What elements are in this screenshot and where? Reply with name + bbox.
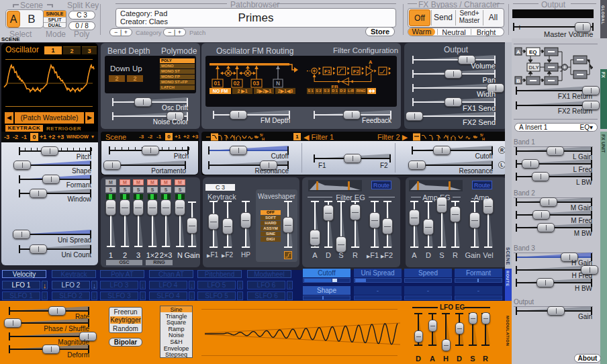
svg-text:A: A [516, 49, 520, 55]
svg-text:B: B [516, 78, 520, 84]
svg-text:EQ: EQ [529, 49, 537, 55]
svg-text:DLY: DLY [529, 64, 540, 71]
